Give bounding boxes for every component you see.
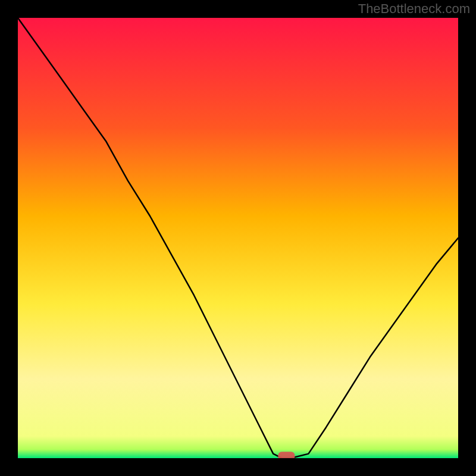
chart-svg xyxy=(18,18,458,458)
watermark-text: TheBottleneck.com xyxy=(358,1,470,17)
chart-plot-area xyxy=(18,18,458,458)
optimal-point-marker xyxy=(278,452,295,458)
chart-background-gradient xyxy=(18,18,458,458)
